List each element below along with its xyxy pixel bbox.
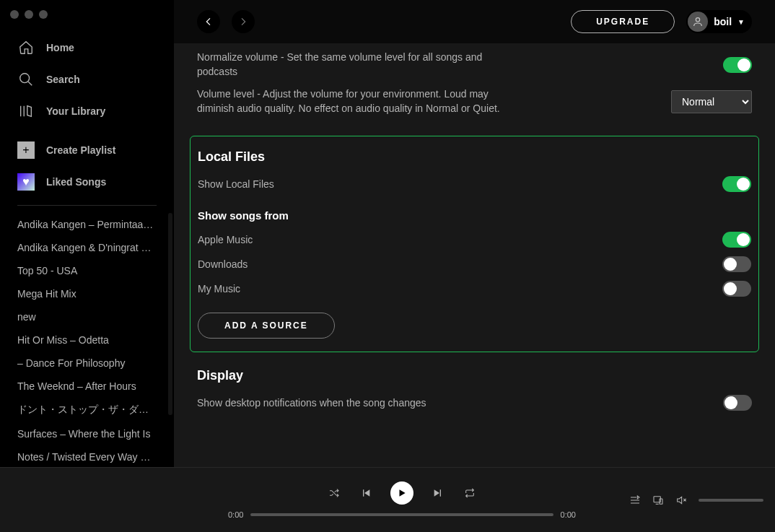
add-source-button[interactable]: ADD A SOURCE (198, 313, 335, 339)
source-row: My Music (198, 276, 751, 301)
setting-show-local-files: Show Local Files (198, 172, 751, 196)
divider (17, 205, 157, 206)
liked-songs[interactable]: ♥ Liked Songs (6, 166, 168, 198)
add-source-label: ADD A SOURCE (224, 320, 308, 331)
time-elapsed: 0:00 (228, 510, 243, 519)
nav-library-label: Your Library (46, 105, 105, 117)
source-toggle[interactable] (722, 232, 751, 248)
nav-library[interactable]: Your Library (6, 95, 168, 127)
source-toggle[interactable] (722, 281, 751, 297)
playlist-item[interactable]: Notes / Twisted Every Way … (6, 445, 168, 467)
show-local-files-toggle[interactable] (722, 176, 751, 192)
player-controls (327, 481, 477, 505)
playlist-item[interactable]: new (6, 305, 168, 328)
play-button[interactable] (390, 481, 413, 505)
normalize-label: Normalize volume - Set the same volume l… (197, 51, 500, 79)
desktop-notifications-label: Show desktop notifications when the song… (197, 396, 426, 411)
display-title: Display (197, 368, 752, 383)
top-bar: UPGRADE boil ▼ (174, 0, 775, 43)
playlist-item[interactable]: Surfaces – Where the Light Is (6, 422, 168, 445)
nav-home[interactable]: Home (6, 32, 168, 64)
setting-volume-level: Volume level - Adjust the volume for you… (197, 83, 752, 120)
scrollbar-handle[interactable] (168, 213, 172, 415)
upgrade-button[interactable]: UPGRADE (571, 10, 675, 33)
desktop-notifications-toggle[interactable] (723, 395, 752, 411)
user-menu[interactable]: boil ▼ (686, 10, 752, 33)
setting-desktop-notifications: Show desktop notifications when the song… (197, 391, 752, 415)
upgrade-label: UPGRADE (596, 17, 649, 27)
show-songs-from-heading: Show songs from (198, 209, 751, 222)
playlist-item[interactable]: The Weeknd – After Hours (6, 375, 168, 398)
source-row: Apple Music (198, 227, 751, 252)
search-icon (17, 71, 35, 88)
avatar-icon (688, 12, 708, 32)
source-label: My Music (198, 282, 240, 297)
svg-rect-3 (660, 499, 662, 504)
devices-button[interactable] (652, 494, 664, 506)
normalize-toggle[interactable] (723, 57, 752, 73)
settings-content: Normalize volume - Set the same volume l… (174, 43, 775, 467)
window-traffic-lights[interactable] (0, 0, 174, 32)
volume-level-select[interactable]: LoudNormalQuiet (671, 90, 752, 113)
library-icon (17, 103, 35, 120)
nav-search-label: Search (46, 74, 80, 85)
playlist-list[interactable]: Andika Kangen – Permintaa…Andika Kangen … (0, 213, 174, 467)
volume-level-label: Volume level - Adjust the volume for you… (197, 87, 500, 115)
playlist-item[interactable]: – Dance For Philosophy (6, 352, 168, 375)
nav-forward-button[interactable] (232, 10, 255, 33)
svg-point-1 (696, 18, 700, 22)
repeat-button[interactable] (463, 486, 477, 500)
create-playlist-label: Create Playlist (46, 144, 116, 156)
time-total: 0:00 (561, 510, 576, 519)
nav-search[interactable]: Search (6, 64, 168, 95)
next-button[interactable] (431, 486, 445, 500)
playlist-item[interactable]: Top 50 - USA (6, 259, 168, 282)
mute-button[interactable] (675, 494, 687, 506)
user-name: boil (714, 16, 732, 27)
home-icon (17, 39, 35, 56)
playlist-item[interactable]: Hit Or Miss – Odetta (6, 328, 168, 352)
show-local-files-label: Show Local Files (198, 178, 274, 192)
sidebar: Home Search Your Library + (0, 0, 174, 467)
nav-home-label: Home (46, 42, 74, 53)
caret-down-icon: ▼ (737, 18, 745, 26)
source-toggle[interactable] (722, 256, 751, 272)
progress-bar[interactable] (250, 513, 553, 516)
queue-button[interactable] (629, 494, 641, 506)
volume-slider[interactable] (699, 499, 763, 502)
previous-button[interactable] (359, 486, 373, 500)
local-files-title: Local Files (198, 149, 751, 165)
heart-icon: ♥ (17, 173, 35, 191)
svg-point-0 (20, 74, 30, 83)
shuffle-button[interactable] (327, 486, 341, 500)
playlist-item[interactable]: Andika Kangen – Permintaa… (6, 213, 168, 236)
source-label: Apple Music (198, 233, 253, 248)
source-row: Downloads (198, 252, 751, 276)
local-files-section: Local Files Show Local Files Show songs … (190, 136, 759, 352)
playlist-item[interactable]: Mega Hit Mix (6, 282, 168, 305)
main-panel: UPGRADE boil ▼ Normalize volume - Set th… (174, 0, 775, 467)
player-bar: 0:00 0:00 (0, 467, 775, 532)
plus-icon: + (17, 141, 35, 159)
progress-row: 0:00 0:00 (228, 510, 576, 519)
setting-normalize-volume: Normalize volume - Set the same volume l… (197, 46, 752, 83)
playlist-item[interactable]: ドント・ストップ・ザ・ダン… (6, 398, 168, 422)
create-playlist[interactable]: + Create Playlist (6, 134, 168, 166)
liked-songs-label: Liked Songs (46, 176, 106, 188)
source-label: Downloads (198, 258, 248, 272)
playlist-item[interactable]: Andika Kangen & D'ningrat … (6, 236, 168, 259)
nav-back-button[interactable] (197, 10, 220, 33)
